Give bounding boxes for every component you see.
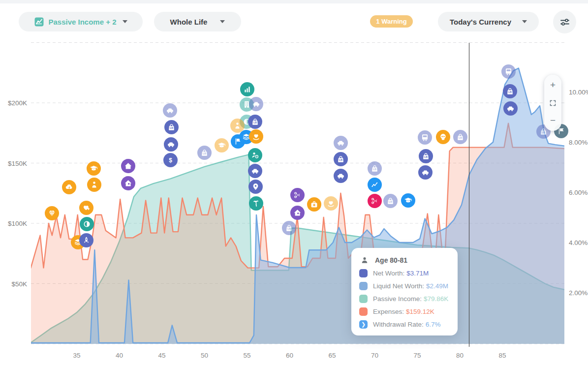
bag-milestone-icon[interactable]: LB	[334, 152, 348, 166]
svg-text:LB: LB	[253, 122, 257, 124]
tooltip-row-label: Expenses:	[373, 308, 404, 315]
svg-text:60: 60	[286, 352, 293, 359]
passive_income-swatch	[359, 295, 368, 303]
home-milestone-icon[interactable]	[121, 159, 135, 173]
chart-settings-button[interactable]	[553, 10, 576, 33]
svg-text:70: 70	[371, 352, 378, 359]
graduation-milestone-icon[interactable]	[401, 193, 415, 208]
currency-selector[interactable]: Today's Currency	[438, 12, 539, 31]
bus-milestone-icon[interactable]	[418, 130, 432, 145]
tooltip-row-net_worth: Net Worth: $3.71M	[359, 269, 450, 277]
bag-milestone-icon[interactable]: LB	[503, 84, 517, 98]
scissors-milestone-icon[interactable]	[290, 188, 305, 202]
bag-milestone-icon[interactable]: LB	[282, 221, 296, 235]
tooltip-row-label: Passive Income:	[373, 295, 422, 303]
bus-milestone-icon[interactable]	[501, 64, 516, 79]
zoom-in-button[interactable]: +	[546, 78, 560, 92]
withdrawal_rate-swatch: ❯	[359, 320, 368, 329]
svg-text:65: 65	[328, 352, 336, 359]
graduation-milestone-icon[interactable]	[215, 138, 229, 152]
bag-milestone-icon[interactable]: LB	[248, 115, 262, 129]
svg-text:75: 75	[413, 352, 421, 359]
gem-milestone-icon[interactable]	[45, 206, 59, 220]
tooltip-row-value: $3.71M	[406, 270, 429, 277]
plan-selector[interactable]: Whole Life	[154, 12, 241, 31]
chevron-down-icon	[522, 20, 527, 23]
heart-hands-milestone-icon[interactable]	[249, 129, 263, 144]
scenario-selector-label: Passive Income + 2	[48, 18, 116, 26]
svg-text:85: 85	[498, 352, 506, 359]
chart-tooltip: Age 80-81 Net Worth: $3.71MLiquid Net Wo…	[351, 248, 458, 335]
svg-text:$100K: $100K	[8, 220, 27, 227]
svg-text:LB: LB	[508, 91, 512, 93]
svg-text:LB: LB	[389, 201, 392, 203]
svg-text:LB: LB	[424, 156, 428, 158]
warning-badge-label: 1 Warning	[376, 18, 406, 25]
home-search-milestone-icon[interactable]	[290, 206, 305, 220]
plan-selector-label: Whole Life	[170, 18, 208, 26]
svg-text:LB: LB	[459, 137, 462, 139]
svg-text:$: $	[169, 156, 172, 163]
chart-milestone-icon[interactable]	[240, 82, 254, 96]
scenario-selector[interactable]: Passive Income + 2	[19, 12, 143, 31]
analytics-milestone-icon[interactable]	[368, 178, 382, 192]
tooltip-row-liquid_net_worth: Liquid Net Worth: $2.49M	[359, 282, 450, 290]
pin-milestone-icon[interactable]	[248, 180, 263, 194]
bag-milestone-icon[interactable]: LB	[368, 161, 382, 176]
car-milestone-icon[interactable]	[334, 136, 348, 150]
home-search-milestone-icon[interactable]	[121, 176, 135, 190]
car-milestone-icon[interactable]	[503, 101, 518, 116]
svg-text:4.00%: 4.00%	[569, 239, 588, 246]
child-milestone-icon[interactable]	[87, 178, 101, 192]
bag-milestone-icon[interactable]: LB	[419, 149, 433, 163]
svg-text:LB: LB	[373, 168, 376, 171]
skull-milestone-icon[interactable]	[436, 130, 450, 144]
svg-text:LB: LB	[339, 159, 342, 161]
fullscreen-button[interactable]	[546, 95, 560, 110]
svg-text:55: 55	[243, 352, 250, 359]
tooltip-row-expenses: Expenses: $159.12K	[359, 307, 450, 316]
net_worth-swatch	[359, 269, 368, 277]
cloud-milestone-icon[interactable]	[62, 180, 76, 194]
car-milestone-icon[interactable]	[249, 97, 263, 111]
car-milestone-icon[interactable]	[163, 103, 177, 118]
car-milestone-icon[interactable]	[334, 169, 348, 183]
svg-text:80: 80	[456, 352, 464, 359]
svg-text:LB: LB	[542, 131, 545, 134]
tune-sliders-icon	[559, 17, 570, 28]
tooltip-age-label: Age 80-81	[375, 256, 407, 264]
chevron-down-icon	[220, 20, 225, 23]
person-clock-milestone-icon[interactable]	[248, 148, 262, 162]
person-icon	[360, 256, 369, 265]
bag-milestone-icon[interactable]: LB	[164, 120, 179, 134]
expenses-swatch	[359, 307, 368, 316]
bag-milestone-icon[interactable]: LB	[197, 146, 212, 160]
graduation-milestone-icon[interactable]	[87, 161, 101, 176]
currency-selector-label: Today's Currency	[450, 18, 511, 26]
svg-text:$150K: $150K	[8, 160, 27, 167]
tooltip-row-value: 6.7%	[426, 321, 441, 328]
dollar-milestone-icon[interactable]: $	[163, 153, 178, 167]
svg-text:LB: LB	[287, 228, 291, 230]
chevron-down-icon	[123, 20, 127, 23]
svg-text:45: 45	[158, 352, 165, 359]
car-milestone-icon[interactable]	[164, 137, 178, 152]
tooltip-row-passive_income: Passive Income: $79.86K	[359, 295, 450, 303]
warning-badge[interactable]: 1 Warning	[370, 15, 413, 28]
heart-hands-milestone-icon[interactable]	[324, 196, 338, 211]
svg-text:LB: LB	[203, 152, 206, 155]
svg-text:LB: LB	[170, 127, 173, 129]
tooltip-row-value: $79.86K	[424, 295, 448, 303]
car-milestone-icon[interactable]	[248, 164, 262, 178]
bag-milestone-icon[interactable]: LB	[383, 194, 398, 208]
heart-plus-milestone-icon[interactable]	[79, 201, 93, 215]
bag-milestone-icon[interactable]: LB	[453, 130, 467, 144]
car-milestone-icon[interactable]	[418, 165, 433, 180]
rocket-milestone-icon[interactable]	[79, 233, 93, 247]
medical-milestone-icon[interactable]	[307, 197, 321, 212]
zoom-out-button[interactable]: −	[546, 113, 560, 128]
palm-milestone-icon[interactable]	[249, 196, 263, 211]
svg-text:6.00%: 6.00%	[569, 189, 588, 196]
scissors-milestone-icon[interactable]	[368, 194, 382, 208]
contrast-milestone-icon[interactable]	[80, 217, 94, 231]
